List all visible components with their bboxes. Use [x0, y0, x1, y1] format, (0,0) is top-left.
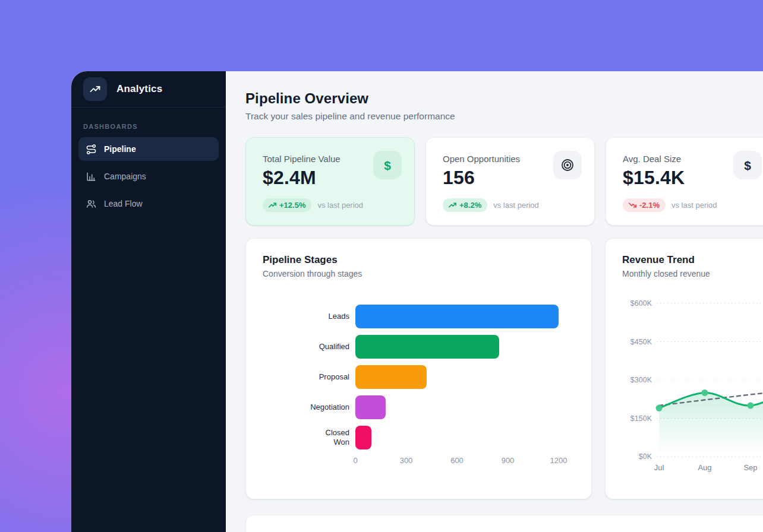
page-title: Pipeline Overview — [245, 90, 763, 107]
sidebar-nav: DASHBOARDS Pipeline Campaigns — [71, 107, 226, 216]
x-axis-month-label: Jul — [654, 463, 664, 472]
bar-category-label: Leads — [308, 312, 349, 321]
dollar-icon: $ — [373, 151, 402, 179]
bar-category-label: Closed Won — [308, 428, 349, 448]
x-axis-tick: 1200 — [550, 456, 567, 465]
trending-up-icon — [269, 202, 276, 208]
trending-down-icon — [629, 202, 636, 208]
stat-card-avg-deal-size: Avg. Deal Size $15.4K -2.1% vs last peri… — [606, 137, 763, 226]
chart-title: Pipeline Stages — [263, 254, 575, 266]
app-window: Analytics DASHBOARDS Pipeline — [71, 71, 763, 532]
y-axis-tick-label: $450K — [630, 338, 652, 346]
bar-proposal — [355, 365, 427, 389]
bar-row: Leads — [308, 305, 575, 328]
bar-row: Qualified — [308, 335, 575, 359]
y-axis-tick-label: $600K — [630, 299, 652, 308]
y-axis-tick-label: $150K — [630, 414, 652, 423]
sidebar-item-lead-flow[interactable]: Lead Flow — [78, 192, 219, 216]
revenue-trend-card: Revenue Trend Monthly closed revenue $60… — [605, 238, 763, 499]
sidebar-item-label: Pipeline — [104, 144, 136, 154]
bar-category-label: Negotiation — [308, 403, 349, 412]
sidebar-item-label: Lead Flow — [104, 199, 143, 208]
change-badge: -2.1% — [623, 198, 666, 212]
page-subtitle: Track your sales pipeline and revenue pe… — [245, 111, 763, 122]
pipeline-stages-bar-chart: LeadsQualifiedProposalNegotiationClosed … — [308, 305, 575, 467]
x-axis-month-label: Aug — [698, 463, 711, 472]
trending-up-icon — [83, 77, 107, 101]
change-badge: +8.2% — [443, 198, 487, 212]
route-icon — [86, 144, 97, 155]
change-badge: +12.5% — [263, 198, 311, 212]
revenue-trend-line-chart: $600K$450K$300K$150K$0KJulAugSep — [622, 286, 763, 477]
nav-section-label: DASHBOARDS — [78, 113, 219, 137]
stat-card-open-opportunities: Open Opportunities 156 +8.2% vs last per… — [425, 137, 595, 226]
x-axis-tick: 0 — [353, 456, 357, 465]
x-axis-tick: 300 — [400, 456, 413, 465]
pipeline-stages-card: Pipeline Stages Conversion through stage… — [245, 238, 592, 499]
x-axis-tick: 600 — [450, 456, 464, 465]
sidebar-item-campaigns[interactable]: Campaigns — [78, 164, 219, 188]
charts-row: Pipeline Stages Conversion through stage… — [245, 238, 763, 499]
app-title: Analytics — [116, 83, 162, 95]
sidebar-item-label: Campaigns — [104, 172, 146, 181]
bar-chart-icon — [86, 171, 97, 182]
users-icon — [86, 198, 97, 210]
sidebar-header: Analytics — [71, 71, 226, 107]
y-axis-tick-label: $300K — [630, 376, 652, 384]
sidebar: Analytics DASHBOARDS Pipeline — [71, 71, 226, 532]
compare-label: vs last period — [671, 201, 717, 210]
bar-leads — [355, 305, 559, 328]
x-axis-month-label: Sep — [743, 463, 757, 472]
chart-subtitle: Conversion through stages — [263, 269, 575, 278]
x-axis-tick: 900 — [502, 456, 515, 465]
bottom-card-partial — [245, 515, 763, 532]
area-fill — [659, 385, 763, 457]
bar-row: Proposal — [308, 365, 575, 389]
sidebar-item-pipeline[interactable]: Pipeline — [78, 137, 219, 161]
bar-category-label: Proposal — [308, 372, 349, 382]
bar-row: Negotiation — [308, 395, 575, 419]
chart-subtitle: Monthly closed revenue — [622, 269, 763, 278]
bar-row: Closed Won — [308, 426, 575, 449]
compare-label: vs last period — [493, 201, 539, 210]
bar-chart-x-axis: 03006009001200 — [355, 456, 559, 467]
y-axis-tick-label: $0K — [639, 452, 652, 461]
data-point — [656, 405, 663, 411]
bar-category-label: Qualified — [308, 342, 349, 352]
bar-closed-won — [355, 426, 371, 449]
chart-title: Revenue Trend — [622, 254, 763, 266]
main-content: Pipeline Overview Track your sales pipel… — [226, 71, 763, 532]
compare-label: vs last period — [317, 201, 363, 210]
data-point — [702, 390, 708, 396]
stat-cards-row: Total Pipeline Value $2.4M +12.5% vs las… — [245, 137, 763, 226]
bar-negotiation — [355, 395, 386, 419]
trending-up-icon — [449, 202, 456, 208]
bar-qualified — [355, 335, 499, 359]
stat-card-total-pipeline-value: Total Pipeline Value $2.4M +12.5% vs las… — [245, 137, 415, 226]
dollar-icon: $ — [733, 151, 762, 179]
data-point — [748, 403, 754, 409]
target-icon — [553, 151, 582, 179]
